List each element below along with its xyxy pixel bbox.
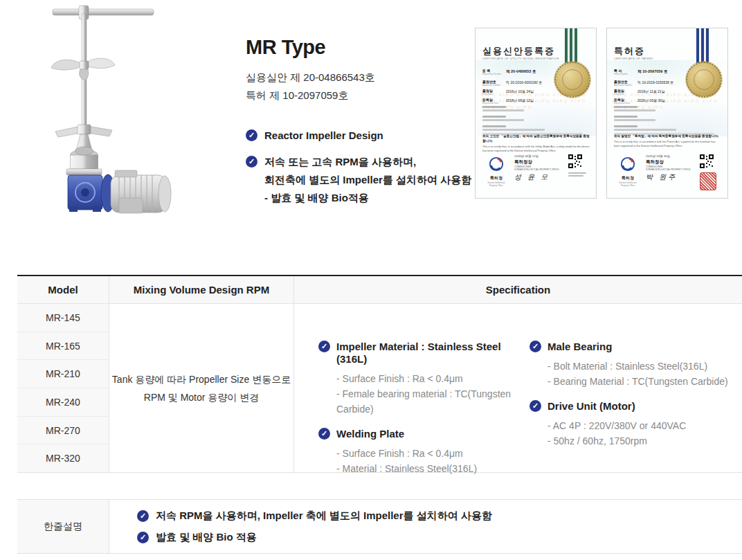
kipo-logo-block: 특허청 Korean Intellectual Property Office [481, 154, 512, 194]
qr-code-icon [700, 154, 714, 168]
check-icon: ✓ [318, 428, 330, 440]
spec-item: - Female bearing material : TC(Tungsten … [318, 386, 526, 417]
check-icon: ✓ [530, 400, 541, 412]
kipo-logo-icon [620, 156, 635, 172]
field-row: 등 록 Registration Number 제 20-0486653 호 [482, 69, 557, 75]
certificate-utility-model: KIPO KIPO KIPO KIPO KIPO KIPO KIPO KIPO … [475, 28, 597, 199]
model-column: MR-145 MR-165 MR-210 MR-240 MR-270 MR-32… [17, 304, 109, 472]
statement-english: This is to certify that, in accordance w… [482, 145, 590, 152]
kipo-name-korean: 특허청 [613, 175, 643, 181]
field-value: 2020년 03월 30일 [637, 98, 665, 105]
rpm-note-line: RPM 및 Motor 용량이 변경 [144, 388, 259, 406]
table-row: MR-145 [17, 304, 109, 332]
certificate-fields: 등 록 Registration Number 제 20-0486653 호 출… [482, 69, 557, 107]
commissioner-korean: 특허청장 [646, 159, 700, 165]
certificate-patent: KIPO KIPO KIPO KIPO KIPO KIPO KIPO KIPO … [606, 28, 728, 199]
certificate-statement: 위의 고안은 「실용신안법」에 따라 실용신안등록원부에 등록되었음을 증명합니… [482, 134, 590, 152]
field-value: 제 20-2016-0000190 호 [506, 80, 542, 87]
spec-column-right: ✓ Male Bearing - Bolt Material : Stainle… [530, 341, 730, 460]
kipo-name-korean: 특허청 [481, 175, 512, 181]
check-icon: ✓ [246, 156, 257, 168]
spec-group: ✓ Male Bearing - Bolt Material : Stainle… [530, 341, 730, 389]
spec-item: - Bolt Material : Stainless Steel(316L) [530, 359, 730, 374]
field-value: 2016년 10월 24일 [506, 89, 534, 96]
kipo-name-english: Property Office [481, 184, 512, 187]
qr-code-icon [568, 154, 582, 168]
column-header-specification: Specification [294, 276, 742, 303]
commissioner-korean: 특허청장 [514, 159, 568, 165]
field-sublabel: Registration Number [482, 73, 506, 75]
table-row: MR-320 [17, 444, 109, 472]
ribbon-decoration [696, 28, 709, 64]
feature-item: ✓ Reactor Impeller Design [246, 127, 474, 145]
registration-numbers: 실용실안 제 20-04866543호 특허 제 10-2097059호 [246, 69, 474, 105]
table-body: MR-145 MR-165 MR-210 MR-240 MR-270 MR-32… [17, 304, 742, 472]
feature-text: 회전축에 별도의 Impeller를 설치하여 사용함 [264, 171, 471, 189]
column-header-model: Model [17, 276, 109, 303]
summary-text: 발효 및 배양 Bio 적용 [156, 531, 257, 544]
field-value: 제 10-2097059 호 [637, 69, 667, 75]
field-sublabel: Registration Date [614, 102, 637, 105]
product-header: MR Type 실용실안 제 20-04866543호 특허 제 10-2097… [246, 36, 474, 215]
summary-text: 저속 RPM을 사용하며, Impeller 축에 별도의 Impeller를 … [156, 509, 492, 523]
field-value: 2018년 06월 12일 [506, 98, 534, 105]
column-header-rpm: Mixing Volume Design RPM [109, 276, 294, 303]
certificate-subtitle: CERTIFICATE OF PATENT [614, 57, 653, 60]
commissioner-signature: 박 원주 [646, 172, 700, 182]
spec-group: ✓ Welding Plate - Surface Finish : Ra < … [318, 428, 526, 476]
spec-title: Drive Unit (Motor) [548, 400, 635, 413]
field-sublabel: Filing Date [482, 93, 506, 96]
rpm-note-line: Tank 용량에 따라 Propeller Size 변동으로 [112, 370, 291, 388]
check-icon: ✓ [137, 510, 149, 522]
check-icon: ✓ [318, 341, 330, 352]
issue-date: 2018년 06월 12일 [514, 154, 568, 158]
certificate-statement: 위의 발명은 「특허법」에 따라 특허등록원부에 등록되었음을 증명합니다. T… [614, 134, 722, 147]
summary-section: 한줄설명 ✓ 저속 RPM을 사용하며, Impeller 축에 별도의 Imp… [17, 499, 742, 554]
field-sublabel: Patent Number [614, 73, 637, 75]
field-row: 출원일 Filing Date 2016년 10월 24일 [482, 89, 557, 96]
field-row: 특 허 Patent Number 제 10-2097059 호 [614, 69, 689, 75]
red-stamp-seal [700, 172, 716, 190]
spec-item: - 50hz / 60hz, 1750rpm [530, 433, 730, 449]
summary-item: ✓ 저속 RPM을 사용하며, Impeller 축에 별도의 Impeller… [137, 509, 742, 523]
patent-number: 특허 제 10-2097059호 [246, 87, 474, 105]
kipo-name-english: Property Office [613, 184, 643, 187]
field-sublabel: Filing Date [614, 93, 637, 96]
feature-text: Reactor Impeller Design [264, 127, 383, 145]
feature-text: - 발효 및 배양 Bio적용 [264, 189, 471, 207]
summary-item: ✓ 발효 및 배양 Bio 적용 [137, 531, 742, 544]
certificate-title: 특허증 [614, 45, 645, 57]
check-icon: ✓ [246, 129, 257, 141]
statement-english: This is to certify that, in accordance w… [614, 140, 722, 147]
kipo-logo-block: 특허청 Korean Intellectual Property Office [613, 154, 643, 194]
table-header-row: Model Mixing Volume Design RPM Specifica… [17, 276, 742, 304]
field-sublabel: Application Number [482, 84, 506, 87]
table-row: MR-270 [17, 417, 109, 445]
rpm-note-cell: Tank 용량에 따라 Propeller Size 변동으로 RPM 및 Mo… [109, 304, 294, 472]
qr-caption-placeholder [568, 172, 592, 177]
specification-cell: ✓ Impeller Material : Stainless Steel (3… [294, 304, 742, 472]
field-sublabel: Registration Date [482, 102, 506, 105]
field-row: 출원번호 Application Number 제 10-2019-015053… [614, 80, 689, 87]
field-row: 등록일 Registration Date 2020년 03월 30일 [614, 98, 689, 105]
spec-item: - Material : Stainless Steel(316L) [318, 461, 526, 476]
spec-group: ✓ Impeller Material : Stainless Steel (3… [318, 341, 526, 417]
product-image [42, 0, 215, 215]
spec-column-left: ✓ Impeller Material : Stainless Steel (3… [318, 341, 526, 487]
certificate-subtitle: CERTIFICATE OF UTILITY MODEL REGISTRATIO… [482, 57, 559, 60]
gold-seal [686, 62, 722, 98]
spec-table: Model Mixing Volume Design RPM Specifica… [17, 275, 742, 473]
spec-title: Male Bearing [548, 341, 612, 353]
issue-date: 2020년 03월 30일 [646, 154, 700, 158]
check-icon: ✓ [530, 341, 541, 352]
table-row: MR-165 [17, 332, 109, 361]
feature-item: ✓ 저속 또는 고속 RPM을 사용하며, 회전축에 별도의 Impeller를… [246, 153, 474, 207]
spec-item: - Bearing Material : TC(Tungsten Carbide… [530, 374, 730, 389]
field-value: 제 20-0486653 호 [506, 69, 536, 75]
product-page: MR Type 실용실안 제 20-04866543호 특허 제 10-2097… [0, 0, 742, 560]
table-row: MR-210 [17, 360, 109, 388]
feature-list: ✓ Reactor Impeller Design ✓ 저속 또는 고속 RPM… [246, 127, 474, 207]
gold-seal [554, 62, 590, 98]
signature-block: 2018년 06월 12일 특허청장 COMMISSIONER, KOREAN … [512, 154, 568, 194]
summary-label: 한줄설명 [17, 500, 109, 553]
